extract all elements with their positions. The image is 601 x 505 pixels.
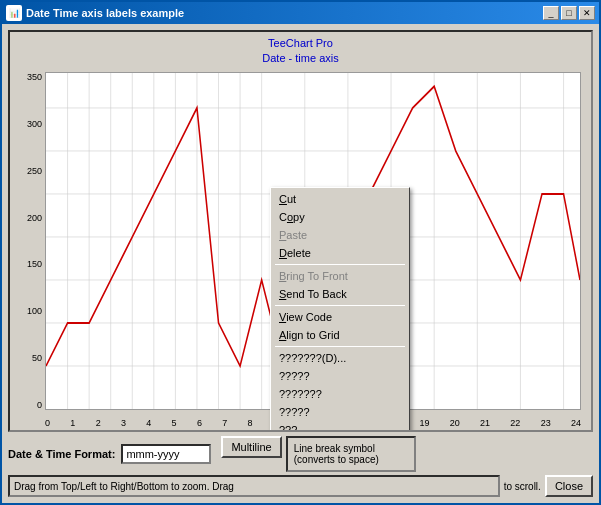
x-label: 22 bbox=[510, 418, 520, 428]
y-label-100: 100 bbox=[14, 306, 42, 316]
context-menu-item-1[interactable]: ???????(D)... bbox=[271, 349, 409, 367]
minimize-button[interactable]: _ bbox=[543, 6, 559, 20]
x-label: 20 bbox=[450, 418, 460, 428]
x-label: 1 bbox=[70, 418, 75, 428]
title-bar: 📊 Date Time axis labels example _ □ ✕ bbox=[2, 2, 599, 24]
x-label: 19 bbox=[419, 418, 429, 428]
window-title: Date Time axis labels example bbox=[26, 7, 543, 19]
close-window-button[interactable]: ✕ bbox=[579, 6, 595, 20]
context-menu-item-4[interactable]: ????? bbox=[271, 403, 409, 421]
format-input[interactable] bbox=[121, 444, 211, 464]
y-label-250: 250 bbox=[14, 166, 42, 176]
x-label: 8 bbox=[248, 418, 253, 428]
x-label: 0 bbox=[45, 418, 50, 428]
format-row: Date & Time Format: Multiline Line break… bbox=[8, 436, 593, 472]
chart-title-line1: TeeChart Pro bbox=[10, 36, 591, 51]
line-break-label: Line break symbol (converts to space) bbox=[286, 436, 416, 472]
menu-separator-2 bbox=[275, 305, 405, 306]
chart-title: TeeChart Pro Date - time axis bbox=[10, 32, 591, 67]
y-label-300: 300 bbox=[14, 119, 42, 129]
multiline-button[interactable]: Multiline bbox=[221, 436, 281, 458]
status-text: Drag from Top/Left to Right/Bottom to zo… bbox=[8, 475, 500, 497]
x-label: 6 bbox=[197, 418, 202, 428]
x-label: 21 bbox=[480, 418, 490, 428]
chart-area: TeeChart Pro Date - time axis 0 50 100 1… bbox=[8, 30, 593, 432]
scroll-label: to scroll. bbox=[504, 481, 541, 492]
y-label-0: 0 bbox=[14, 400, 42, 410]
x-label: 4 bbox=[146, 418, 151, 428]
title-bar-buttons: _ □ ✕ bbox=[543, 6, 595, 20]
x-label: 24 bbox=[571, 418, 581, 428]
context-menu-bring-to-front: Bring To Front bbox=[271, 267, 409, 285]
y-label-50: 50 bbox=[14, 353, 42, 363]
x-label: 3 bbox=[121, 418, 126, 428]
x-label: 7 bbox=[222, 418, 227, 428]
maximize-button[interactable]: □ bbox=[561, 6, 577, 20]
context-menu-view-code[interactable]: View Code bbox=[271, 308, 409, 326]
y-label-200: 200 bbox=[14, 213, 42, 223]
y-label-350: 350 bbox=[14, 72, 42, 82]
status-row: Drag from Top/Left to Right/Bottom to zo… bbox=[8, 475, 593, 497]
context-menu-delete[interactable]: Delete bbox=[271, 244, 409, 262]
context-menu: Cut Copy Paste Delete Bring To Front Sen… bbox=[270, 187, 410, 432]
close-button[interactable]: Close bbox=[545, 475, 593, 497]
context-menu-cut[interactable]: Cut bbox=[271, 190, 409, 208]
x-label: 5 bbox=[172, 418, 177, 428]
bottom-controls: Date & Time Format: Multiline Line break… bbox=[8, 436, 593, 497]
x-label: 23 bbox=[541, 418, 551, 428]
y-axis: 0 50 100 150 200 250 300 350 bbox=[14, 72, 44, 410]
window-content: TeeChart Pro Date - time axis 0 50 100 1… bbox=[2, 24, 599, 503]
x-label: 2 bbox=[96, 418, 101, 428]
y-label-150: 150 bbox=[14, 259, 42, 269]
context-menu-paste: Paste bbox=[271, 226, 409, 244]
menu-separator-1 bbox=[275, 264, 405, 265]
format-label: Date & Time Format: bbox=[8, 448, 115, 460]
chart-title-line2: Date - time axis bbox=[10, 51, 591, 66]
context-menu-item-3[interactable]: ??????? bbox=[271, 385, 409, 403]
context-menu-item-2[interactable]: ????? bbox=[271, 367, 409, 385]
menu-separator-3 bbox=[275, 346, 405, 347]
context-menu-item-5[interactable]: ??? bbox=[271, 421, 409, 432]
window-icon: 📊 bbox=[6, 5, 22, 21]
context-menu-send-to-back[interactable]: Send To Back bbox=[271, 285, 409, 303]
context-menu-copy[interactable]: Copy bbox=[271, 208, 409, 226]
context-menu-align-grid[interactable]: Align to Grid bbox=[271, 326, 409, 344]
main-window: 📊 Date Time axis labels example _ □ ✕ Te… bbox=[0, 0, 601, 505]
